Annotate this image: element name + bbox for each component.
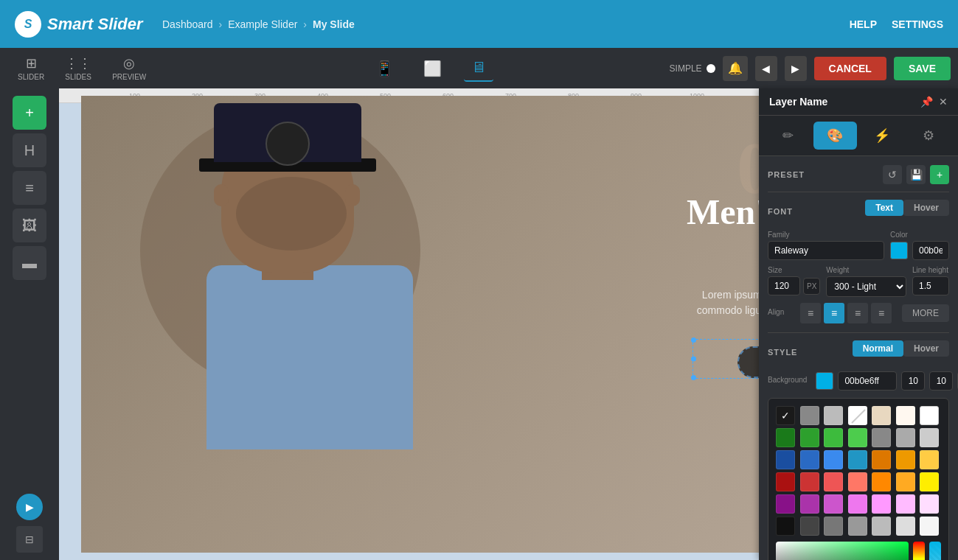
palette-cell-light[interactable] [872, 517, 891, 536]
bg-top-input[interactable] [901, 371, 925, 391]
breadcrumb-example-slider[interactable]: Example Slider [228, 18, 297, 30]
palette-cell-orange2[interactable] [872, 472, 891, 491]
palette-cell-lgreen[interactable] [848, 428, 867, 447]
more-btn[interactable]: MORE [902, 304, 949, 322]
tab-animation[interactable]: ⚡ [860, 122, 904, 150]
breadcrumb-dashboard[interactable]: Dashboard [162, 18, 213, 30]
tab-style[interactable]: 🎨 [813, 122, 858, 150]
palette-cell-lpurple[interactable] [848, 494, 867, 514]
bg-color-swatch[interactable] [816, 372, 833, 390]
palette-cell-red[interactable] [800, 472, 819, 491]
palette-cell-gray[interactable] [800, 406, 819, 425]
tab-edit[interactable]: ✏ [766, 122, 811, 150]
pin-icon[interactable]: 📌 [920, 96, 933, 108]
palette-cell-mgreen[interactable] [824, 428, 843, 447]
desktop-device-btn[interactable]: 🖥 [464, 55, 493, 82]
palette-cell-mred[interactable] [824, 472, 843, 491]
tablet-device-btn[interactable]: ⬜ [416, 55, 449, 82]
gradient-box[interactable] [776, 542, 909, 560]
palette-cell-vlpink[interactable] [920, 494, 939, 514]
palette-cell-gray2[interactable] [872, 428, 891, 447]
palette-cell-vlight2[interactable] [896, 517, 915, 536]
palette-cell-mid[interactable] [824, 517, 843, 536]
preset-add-btn[interactable]: + [930, 165, 949, 184]
simple-toggle[interactable]: SIMPLE [670, 63, 715, 74]
font-text-tab[interactable]: Text [865, 200, 903, 216]
layers-btn[interactable]: ▬ [13, 246, 46, 280]
size-input[interactable] [768, 276, 800, 295]
color-swatch[interactable] [890, 242, 908, 259]
palette-cell-dark[interactable] [800, 517, 819, 536]
cancel-button[interactable]: CANCEL [814, 57, 886, 80]
palette-cell-orange[interactable] [896, 450, 915, 469]
save-button[interactable]: SAVE [894, 57, 951, 80]
palette-cell-vlight[interactable] [920, 428, 939, 447]
bg-color-input[interactable] [838, 371, 897, 391]
slider-btn[interactable]: ⊞ SLIDER [7, 49, 55, 87]
palette-cell-offwhite[interactable] [896, 406, 915, 425]
add-element-btn[interactable]: + [13, 96, 46, 130]
palette-cell-dred[interactable] [776, 472, 795, 491]
palette-cell-lpink[interactable] [896, 494, 915, 514]
close-icon[interactable]: ✕ [939, 96, 948, 108]
palette-cell-lgray[interactable] [824, 406, 843, 425]
palette-cell-mpurple[interactable] [824, 494, 843, 514]
prev-arrow-btn[interactable]: ◀ [755, 56, 777, 81]
palette-cell-purple[interactable] [800, 494, 819, 514]
toggle-dot [707, 64, 715, 73]
palette-cell-dpurple[interactable] [776, 494, 795, 514]
palette-cell-dgreen[interactable] [776, 428, 795, 447]
settings-link[interactable]: SETTINGS [892, 18, 943, 30]
palette-cell-lred[interactable] [848, 472, 867, 491]
palette-cell-dblue[interactable] [776, 450, 795, 469]
line-height-input[interactable] [912, 276, 949, 295]
align-justify-btn[interactable]: ≡ [871, 303, 892, 323]
palette-cell-black[interactable] [776, 406, 795, 425]
style-normal-tab[interactable]: Normal [853, 340, 903, 357]
preset-refresh-btn[interactable]: ↺ [883, 165, 902, 184]
palette-cell-green[interactable] [800, 428, 819, 447]
palette-cell-pink[interactable] [872, 494, 891, 514]
palette-cell-nearwhite[interactable] [920, 517, 939, 536]
menu-btn[interactable]: ≡ [13, 171, 46, 205]
palette-cell-dorange[interactable] [872, 450, 891, 469]
palette-cell-lyellow[interactable] [920, 472, 939, 491]
family-input[interactable] [768, 241, 884, 260]
preset-save-btn[interactable]: 💾 [906, 165, 926, 184]
palette-cell-midl[interactable] [848, 517, 867, 536]
color-hex-input[interactable] [912, 241, 949, 260]
align-right-btn[interactable]: ≡ [847, 303, 868, 323]
opacity-bar[interactable] [929, 542, 941, 560]
image-btn[interactable]: 🖼 [13, 209, 46, 242]
breadcrumb: Dashboard › Example Slider › My Slide [162, 18, 355, 30]
slides-btn[interactable]: ⋮⋮ SLIDES [55, 49, 102, 87]
palette-cell-blue[interactable] [800, 450, 819, 469]
mobile-device-btn[interactable]: 📱 [368, 55, 401, 82]
font-section-row: FONT Text Hover [768, 200, 949, 223]
preview-btn[interactable]: ◎ PREVIEW [102, 49, 156, 87]
play-btn[interactable]: ▶ [16, 494, 43, 520]
font-hover-tab[interactable]: Hover [903, 200, 949, 216]
next-arrow-btn[interactable]: ▶ [785, 56, 807, 81]
bg-right-input[interactable] [929, 371, 953, 391]
weight-select[interactable]: 100 - Thin 200 - Extra Light 300 - Light… [826, 276, 906, 297]
palette-cell-cursor[interactable] [920, 406, 939, 425]
hue-bar[interactable] [913, 542, 925, 560]
palette-cell-white[interactable] [848, 406, 867, 425]
palette-cell-lblue[interactable] [848, 450, 867, 469]
tab-settings[interactable]: ⚙ [907, 122, 951, 150]
notification-bell-btn[interactable]: 🔔 [723, 56, 748, 81]
palette-cell-vdark[interactable] [776, 517, 795, 536]
style-hover-tab[interactable]: Hover [903, 340, 949, 357]
main-area: + H ≡ 🖼 ▬ ▶ ⊟ 100 200 300 400 500 600 70… [0, 88, 958, 560]
heading-btn[interactable]: H [13, 133, 46, 167]
align-center-btn[interactable]: ≡ [824, 303, 844, 323]
palette-cell-mblue[interactable] [824, 450, 843, 469]
layers-panel-btn[interactable]: ⊟ [16, 526, 43, 553]
palette-cell-cream[interactable] [872, 406, 891, 425]
align-left-btn[interactable]: ≡ [800, 303, 821, 323]
palette-cell-yellow[interactable] [920, 450, 939, 469]
help-link[interactable]: HELP [850, 18, 877, 30]
palette-cell-lgray2[interactable] [896, 428, 915, 447]
palette-cell-lorange[interactable] [896, 472, 915, 491]
